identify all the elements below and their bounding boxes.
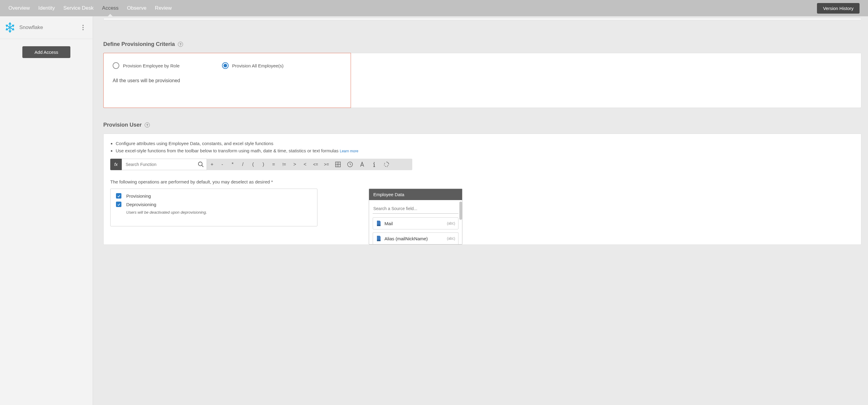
tab-overview[interactable]: Overview [8, 0, 30, 16]
bullet-item: Use excel-style functions from the toolb… [116, 147, 855, 154]
radio-label: Provision All Employee(s) [232, 63, 284, 68]
top-tabs: Overview Identity Service Desk Access Ob… [8, 0, 172, 16]
text-icon[interactable] [356, 159, 368, 170]
snowflake-icon [4, 22, 16, 33]
field-row-alias[interactable]: Alias (mailNickName) (abc) [373, 232, 459, 244]
radio-provision-by-role[interactable]: Provision Employee by Role [113, 62, 180, 69]
sidebar-app-row[interactable]: Snowflake [0, 16, 93, 39]
op-eq[interactable]: = [269, 159, 279, 170]
svg-line-1 [202, 165, 204, 167]
function-toolbar: fx + - * / ( ) = != > < <= >= [110, 159, 412, 170]
svg-point-0 [198, 162, 203, 166]
main-content: Define Provisioning Criteria ? Provision… [93, 16, 868, 405]
op-lte[interactable]: <= [310, 159, 321, 170]
operations-box: Provisioning Deprovisioning Users will b… [110, 189, 317, 226]
document-icon [376, 220, 381, 227]
sidebar-app-name: Snowflake [19, 25, 43, 31]
employee-search-input[interactable] [373, 204, 459, 214]
op-lt[interactable]: < [300, 159, 310, 170]
tab-access[interactable]: Access [102, 0, 119, 16]
checkbox-label: Provisioning [126, 194, 151, 199]
op-paren-close[interactable]: ) [258, 159, 269, 170]
radio-provision-all[interactable]: Provision All Employee(s) [222, 62, 284, 69]
tab-identity[interactable]: Identity [38, 0, 55, 16]
math-icon[interactable]: +=×− [332, 159, 344, 170]
add-access-button[interactable]: Add Access [22, 46, 70, 58]
provision-user-title: Provision User [103, 122, 142, 128]
svg-point-12 [374, 162, 375, 163]
more-options-icon[interactable] [80, 24, 87, 31]
bullet-item: Configure attributes using Employee Data… [116, 140, 855, 147]
field-row-mail[interactable]: Mail (abc) [373, 217, 459, 229]
help-icon[interactable]: ? [178, 42, 183, 47]
misc-icon[interactable] [380, 159, 392, 170]
deprovisioning-checkbox[interactable] [116, 202, 121, 207]
previous-card-edge [103, 18, 861, 20]
field-type: (abc) [447, 236, 455, 240]
criteria-section-title: Define Provisioning Criteria [103, 41, 175, 48]
provision-user-card: Configure attributes using Employee Data… [103, 134, 861, 245]
svg-point-16 [384, 163, 385, 164]
tab-service-desk[interactable]: Service Desk [63, 0, 94, 16]
field-name: Mail [384, 221, 393, 226]
checkbox-label: Deprovisioning [126, 202, 156, 207]
tab-observe[interactable]: Observe [127, 0, 147, 16]
op-neq[interactable]: != [279, 159, 290, 170]
employee-data-header: Employee Data [369, 189, 462, 200]
op-multiply[interactable]: * [227, 159, 238, 170]
svg-text:×: × [336, 165, 337, 167]
tab-review[interactable]: Review [155, 0, 172, 16]
svg-rect-22 [377, 240, 380, 241]
op-minus[interactable]: - [217, 159, 227, 170]
clock-icon[interactable] [344, 159, 356, 170]
svg-point-18 [385, 166, 386, 167]
criteria-card: Provision Employee by Role Provision All… [103, 53, 861, 108]
scrollbar-thumb[interactable] [459, 202, 462, 220]
document-icon [376, 235, 381, 242]
criteria-description: All the users will be provisioned [113, 78, 342, 83]
employee-data-panel: Employee Data Mail (abc) Alias (mailNick… [369, 189, 462, 244]
svg-line-11 [350, 165, 351, 165]
op-divide[interactable]: / [238, 159, 248, 170]
deprovisioning-note: Users will be deactivated upon deprovisi… [126, 210, 312, 214]
search-icon[interactable] [197, 161, 204, 168]
provisioning-checkbox[interactable] [116, 193, 121, 199]
sidebar: Snowflake Add Access [0, 16, 93, 405]
field-name: Alias (mailNickName) [384, 236, 428, 241]
op-gte[interactable]: >= [321, 159, 332, 170]
field-type: (abc) [447, 221, 455, 226]
learn-more-link[interactable]: Learn more [340, 149, 358, 153]
svg-point-19 [388, 165, 388, 166]
radio-label: Provision Employee by Role [123, 63, 180, 68]
fx-label: fx [110, 159, 122, 170]
svg-text:=: = [339, 162, 340, 164]
svg-text:−: − [339, 165, 340, 167]
operations-note: The following operations are performed b… [110, 179, 855, 184]
version-history-button[interactable]: Version History [817, 3, 860, 13]
svg-rect-21 [377, 225, 380, 226]
svg-point-20 [387, 166, 388, 167]
search-function-input[interactable] [122, 159, 197, 170]
svg-text:+: + [336, 162, 337, 164]
op-plus[interactable]: + [207, 159, 217, 170]
op-gt[interactable]: > [290, 159, 300, 170]
help-icon[interactable]: ? [145, 122, 150, 127]
op-paren-open[interactable]: ( [248, 159, 258, 170]
svg-point-17 [384, 165, 384, 165]
info-icon[interactable] [368, 159, 380, 170]
